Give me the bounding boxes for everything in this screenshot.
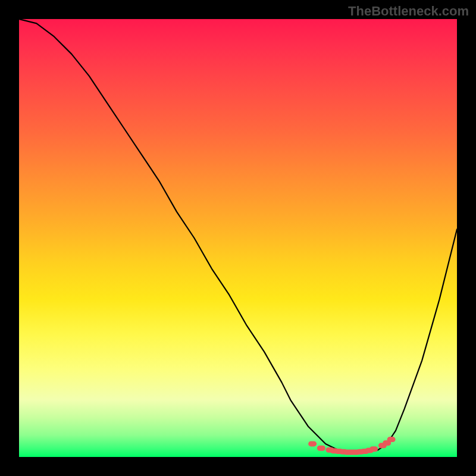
svg-rect-1 (317, 446, 325, 451)
watermark-text: TheBottleneck.com (348, 4, 469, 19)
plot-area (19, 19, 457, 457)
chart-container: TheBottleneck.com (0, 0, 476, 476)
svg-rect-12 (369, 446, 378, 452)
bottleneck-curve (19, 19, 457, 453)
svg-rect-0 (308, 441, 317, 446)
chart-svg (19, 19, 457, 457)
svg-rect-15 (387, 437, 396, 442)
